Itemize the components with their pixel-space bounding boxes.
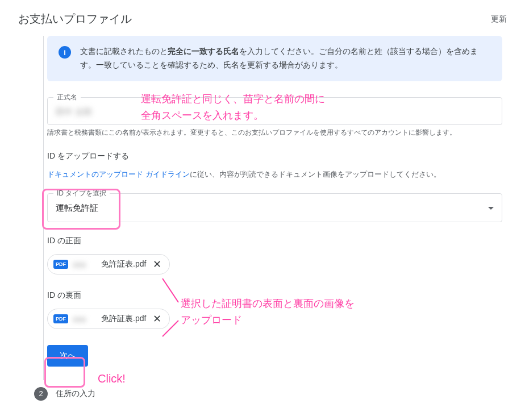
next-button[interactable]: 次へ [47,345,88,367]
legal-name-value: 田中 太郎 [56,107,494,118]
info-banner: i 文書に記載されたものと完全に一致する氏名を入力してください。ご自分の名前と姓… [47,36,502,81]
id-type-value: 運転免許証 [56,203,98,214]
id-type-label: ID タイプを選択 [53,189,110,198]
chevron-down-icon [488,207,494,210]
upload-guideline: ドキュメントのアップロード ガイドラインに従い、内容が判読できるドキュメント画像… [47,169,502,180]
remove-back-file-icon[interactable]: ✕ [151,313,164,325]
update-link[interactable]: 更新 [491,14,507,24]
id-front-file-chip: PDF aaa 免許証表.pdf ✕ [47,254,170,275]
id-front-filename: 免許証表.pdf [101,259,146,269]
legal-name-label: 正式名 [53,93,81,102]
id-back-name-blur: aaa [73,314,97,323]
id-front-name-blur: aaa [73,260,97,269]
pdf-icon: PDF [53,260,68,269]
info-text-bold: 完全に一致する氏名 [168,47,239,56]
id-back-label: ID の裏面 [47,290,502,301]
id-back-file-chip: PDF aaa 免許証裏.pdf ✕ [47,309,170,329]
page-title: お支払いプロファイル [18,11,132,27]
content-panel: i 文書に記載されたものと完全に一致する氏名を入力してください。ご自分の名前と姓… [43,36,525,380]
step-2-badge: 2 [34,387,48,401]
legal-name-field[interactable]: 正式名 田中 太郎 [47,97,502,125]
id-type-select[interactable]: ID タイプを選択 運転免許証 [47,193,502,222]
upload-id-title: ID をアップロードする [47,151,502,161]
id-front-label: ID の正面 [47,236,502,246]
info-text-pre: 文書に記載されたものと [80,47,168,56]
id-back-filename: 免許証裏.pdf [101,314,146,324]
info-text: 文書に記載されたものと完全に一致する氏名を入力してください。ご自分の名前と姓（該… [80,45,491,72]
legal-name-helper: 請求書と税務書類にこの名前が表示されます。変更すると、このお支払いプロファイルを… [47,127,502,138]
step-2-row: 2 住所の入力 [34,380,525,407]
remove-front-file-icon[interactable]: ✕ [151,258,164,271]
info-icon: i [59,46,71,59]
upload-guideline-text: に従い、内容が判読できるドキュメント画像をアップロードしてください。 [190,170,441,178]
upload-guideline-link[interactable]: ドキュメントのアップロード ガイドライン [47,170,190,178]
pdf-icon: PDF [53,314,68,323]
page-header: お支払いプロファイル 更新 [0,0,525,36]
step-2-label: 住所の入力 [56,389,95,399]
